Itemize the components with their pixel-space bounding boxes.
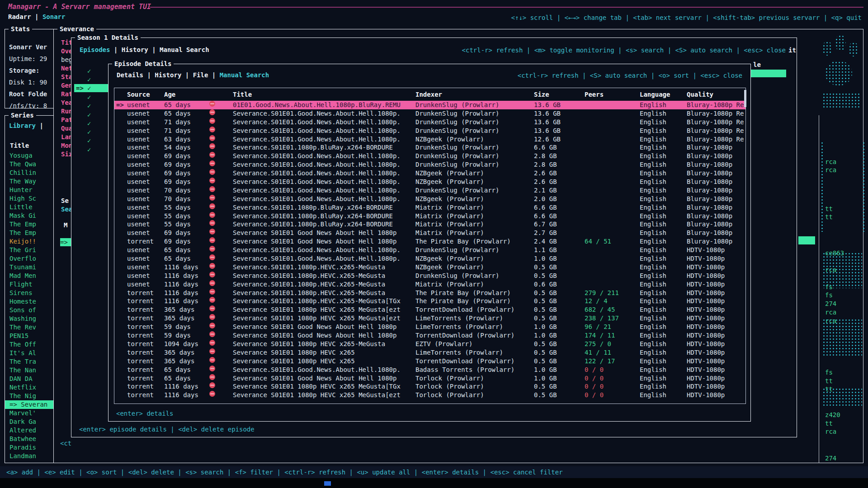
result-row[interactable]: torrent59 daysSeverance S01E01 Good News… xyxy=(114,323,745,331)
result-row[interactable]: torrent65 daysSeverance S01E01 Good News… xyxy=(114,374,745,383)
result-row[interactable]: torrent365 daysSeverance S01E01 1080p HE… xyxy=(114,314,745,323)
tab-details[interactable]: Details xyxy=(117,71,143,79)
result-row[interactable]: torrent59 daysSeverance S01E01 Good News… xyxy=(114,331,745,340)
series-item[interactable]: The Nan xyxy=(5,366,55,375)
series-item[interactable]: Dark Ga xyxy=(5,418,55,426)
series-item[interactable]: Tsunami xyxy=(5,263,55,272)
result-row[interactable]: torrent1116 daysSeverance S01E01 1080p H… xyxy=(114,391,745,399)
detail-footer-keybinds: <ct xyxy=(60,440,71,447)
result-row[interactable]: torrent365 daysSeverance S01E01 1080p HE… xyxy=(114,348,745,357)
series-item[interactable]: DAN DA xyxy=(5,375,55,383)
tab-manual-search[interactable]: Manual Search xyxy=(220,71,269,79)
series-item[interactable]: The Gri xyxy=(5,246,55,254)
series-item[interactable]: Netflix xyxy=(5,383,55,392)
result-row[interactable]: usenet69 daysSeverance.S01E01.Good.News.… xyxy=(114,169,745,178)
prohibited-icon xyxy=(209,127,215,132)
result-indexer: LimeTorrents (Prowlarr) xyxy=(415,314,531,323)
result-row[interactable]: usenet65 daysSeverance.S01E01.Good.News.… xyxy=(114,109,745,118)
series-item[interactable]: => Severan xyxy=(5,400,55,409)
result-row[interactable]: usenet1116 daysSeverance.S01E01.1080p.HE… xyxy=(114,280,745,289)
result-row[interactable]: usenet55 daysSeverance.S01E01.1080p.BluR… xyxy=(114,212,745,221)
result-row[interactable]: usenet55 daysSeverance.S01E01.1080p.BluR… xyxy=(114,220,745,229)
result-row[interactable]: usenet69 daysSeverance.S01E01.Good.News.… xyxy=(114,160,745,169)
series-item[interactable]: Homeste xyxy=(5,297,55,306)
result-row[interactable]: usenet69 daysSeverance S01E01 Good News … xyxy=(114,229,745,237)
result-row[interactable]: usenet54 daysSeverance.S01E01.1080p.BluR… xyxy=(114,143,745,152)
series-item[interactable]: Sons of xyxy=(5,306,55,314)
series-item[interactable]: Hunter xyxy=(5,186,55,194)
truncated-text-fragment: tt xyxy=(825,419,833,428)
result-row[interactable]: usenet65 daysSeverance.S01E01.Good.News.… xyxy=(114,246,745,254)
result-row[interactable]: torrent1094 daysSeverance S01E01 1080p H… xyxy=(114,340,745,348)
series-item[interactable]: Mad Men xyxy=(5,272,55,280)
result-row[interactable]: torrent1116 daysSeverance S01E01 1080p H… xyxy=(114,382,745,391)
selected-episode-row[interactable]: => ✓ xyxy=(74,84,108,92)
result-title: Severance.S01E01.1080p.HEVC.x265-MeGusta xyxy=(233,280,414,289)
result-row[interactable]: usenet1116 daysSeverance.S01E01.1080p.HE… xyxy=(114,272,745,280)
result-source: torrent xyxy=(127,348,154,357)
result-row[interactable]: =>usenet65 days01E01.Good.News.About.Hel… xyxy=(114,101,745,109)
series-item[interactable]: Little xyxy=(5,203,55,211)
result-source: usenet xyxy=(127,101,150,109)
tab-history[interactable]: History xyxy=(155,71,181,79)
prohibited-icon xyxy=(209,220,215,226)
series-item[interactable]: Flight xyxy=(5,280,55,289)
series-item[interactable]: Altered xyxy=(5,426,55,435)
column-header-title: Title xyxy=(233,91,414,98)
result-indexer: TorrentDownload (Prowlarr) xyxy=(415,331,531,340)
series-item[interactable]: The Off xyxy=(5,340,55,349)
series-item[interactable]: Yosuga xyxy=(5,151,55,160)
series-item[interactable]: The Tra xyxy=(5,357,55,366)
result-row[interactable]: usenet71 daysSeverance.S01E01.Good.News.… xyxy=(114,127,745,135)
result-title: Severance.S01E01.Good.News.About.Hell.10… xyxy=(233,246,414,254)
tab-file[interactable]: File xyxy=(193,71,208,79)
series-item[interactable]: The Emp xyxy=(5,220,55,229)
series-item[interactable]: The Nig xyxy=(5,392,55,400)
result-row[interactable]: usenet69 daysSeverance.S01E01.Good.News.… xyxy=(114,178,745,186)
series-item[interactable]: Washing xyxy=(5,314,55,323)
series-item[interactable]: Paradis xyxy=(5,443,55,452)
tab-sonarr[interactable]: Sonarr xyxy=(42,13,66,20)
tab-manual-search[interactable]: Manual Search xyxy=(160,46,209,53)
series-item[interactable]: The Way xyxy=(5,177,55,186)
series-item[interactable]: Overflo xyxy=(5,254,55,263)
result-row[interactable]: usenet63 daysSeverance.S01E01.Good.News.… xyxy=(114,135,745,144)
result-row[interactable]: torrent1116 daysSeverance.S01E01.1080p.H… xyxy=(114,297,745,305)
result-source: torrent xyxy=(127,374,154,383)
prohibited-icon xyxy=(209,331,215,337)
result-size: 2.6 GB xyxy=(534,169,557,178)
result-row[interactable]: usenet1116 daysSeverance.S01E01.1080p.HE… xyxy=(114,263,745,272)
result-row[interactable]: torrent365 daysSeverance S01E01 1080p HE… xyxy=(114,305,745,314)
tab-library[interactable]: Library xyxy=(9,122,36,129)
tab-history[interactable]: History xyxy=(122,46,148,53)
table-scrollbar[interactable] xyxy=(744,90,746,107)
series-item[interactable]: It's Al xyxy=(5,349,55,357)
tab-radarr[interactable]: Radarr xyxy=(8,13,31,20)
result-row[interactable]: usenet70 daysSeverance.S01E01.Good.News.… xyxy=(114,195,745,203)
result-size: 1.1 GB xyxy=(534,246,557,254)
series-item[interactable]: Chillin xyxy=(5,169,55,177)
result-row[interactable]: usenet71 daysSeverance.S01E01.Good.News.… xyxy=(114,118,745,127)
prohibited-icon xyxy=(209,348,215,354)
result-quality: Bluray-1080p Re xyxy=(687,135,745,144)
series-item[interactable]: High Sc xyxy=(5,194,55,203)
series-item[interactable]: Sirens xyxy=(5,289,55,297)
series-item[interactable]: Mask Gi xyxy=(5,211,55,220)
series-item[interactable]: Keijo!! xyxy=(5,237,55,246)
series-item[interactable]: Landman xyxy=(5,452,55,460)
series-item[interactable]: The Emp xyxy=(5,229,55,237)
series-item[interactable]: Batwhee xyxy=(5,435,55,443)
result-row[interactable]: torrent365 daysSeverance S01E01 1080p HE… xyxy=(114,357,745,366)
result-row[interactable]: usenet70 daysSeverance.S01E01.Good.News.… xyxy=(114,186,745,195)
result-quality: Bluray-1080p xyxy=(687,160,745,169)
result-row[interactable]: usenet55 daysSeverance.S01E01.1080p.BluR… xyxy=(114,203,745,212)
result-row[interactable]: torrent69 daysSeverance S01E01 Good News… xyxy=(114,237,745,246)
series-item[interactable]: Marvel' xyxy=(5,409,55,418)
result-row[interactable]: torrent65 daysSeverance.S01E01.Good.News… xyxy=(114,366,745,374)
series-item[interactable]: The Qwa xyxy=(5,160,55,169)
series-item[interactable]: The Rev xyxy=(5,323,55,332)
result-row[interactable]: torrent1116 daysSeverance.S01E01.1080p.H… xyxy=(114,289,745,297)
result-row[interactable]: usenet69 daysSeverance.S01E01.Good.News.… xyxy=(114,152,745,160)
result-row[interactable]: usenet65 daysSeverance.S01E01.Good.News.… xyxy=(114,254,745,263)
series-item[interactable]: PEN15 xyxy=(5,332,55,340)
